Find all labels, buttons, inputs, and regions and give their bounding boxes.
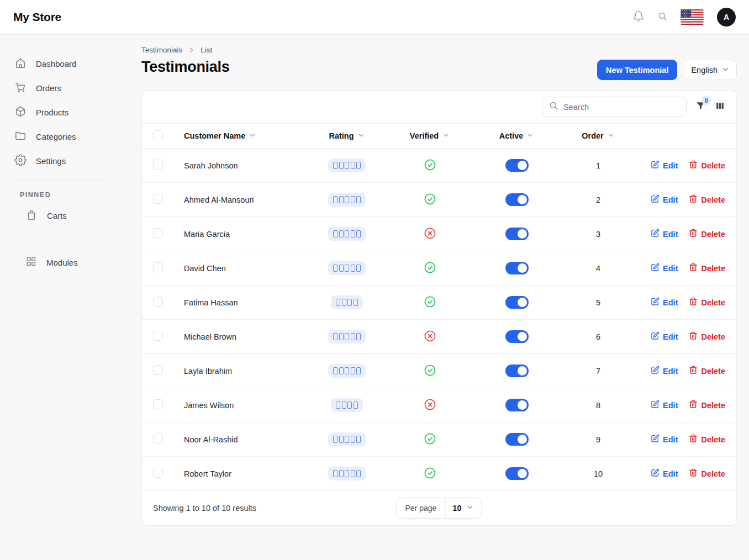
rating-star-glyph: [339, 367, 344, 374]
verified-x-icon: [424, 330, 436, 344]
row-checkbox[interactable]: [153, 468, 163, 478]
delete-label: Delete: [701, 196, 725, 204]
row-checkbox[interactable]: [153, 262, 163, 272]
delete-label: Delete: [701, 367, 725, 376]
sidebar-item-dashboard[interactable]: Dashboard: [0, 51, 130, 76]
delete-link[interactable]: Delete: [689, 160, 725, 171]
rating-star-glyph: [333, 265, 337, 272]
customer-name-cell: Michael Brown: [184, 332, 305, 341]
rating-badge: [331, 398, 363, 412]
sidebar-item-label: Settings: [36, 156, 66, 166]
edit-link[interactable]: Edit: [651, 331, 678, 342]
row-checkbox[interactable]: [153, 434, 163, 443]
delete-link[interactable]: Delete: [689, 331, 725, 342]
chevron-down-icon: [466, 503, 474, 513]
toggle-knob: [518, 435, 527, 444]
active-toggle[interactable]: [505, 467, 529, 480]
search-icon: [549, 101, 558, 113]
edit-link[interactable]: Edit: [651, 297, 678, 308]
active-toggle[interactable]: [505, 433, 529, 446]
table-row: Fatima Hassan 5 Edit Delete: [142, 286, 736, 320]
active-toggle[interactable]: [505, 159, 529, 172]
edit-link[interactable]: Edit: [651, 434, 678, 445]
delete-link[interactable]: Delete: [689, 400, 725, 410]
rating-badge: [328, 467, 366, 480]
delete-link[interactable]: Delete: [689, 468, 725, 479]
sidebar-item-categories[interactable]: Categories: [0, 124, 130, 149]
datagrid-search[interactable]: [542, 97, 687, 117]
order-value: 8: [562, 401, 634, 410]
rating-star-glyph: [356, 230, 361, 237]
sidebar-item-modules[interactable]: Modules: [0, 250, 130, 274]
edit-link[interactable]: Edit: [651, 366, 678, 376]
delete-link[interactable]: Delete: [689, 263, 725, 273]
edit-link[interactable]: Edit: [651, 400, 678, 410]
edit-link[interactable]: Edit: [651, 468, 678, 479]
header-search-button[interactable]: [658, 12, 667, 23]
row-checkbox[interactable]: [153, 331, 163, 341]
active-toggle[interactable]: [505, 364, 529, 377]
table-header-row: Customer Name Rating Verified Active: [142, 123, 736, 149]
edit-pencil-icon: [651, 468, 660, 479]
sidebar-item-orders[interactable]: Orders: [0, 76, 130, 100]
notifications-button[interactable]: [632, 10, 645, 24]
sidebar-item-products[interactable]: Products: [0, 100, 130, 124]
rating-star-glyph: [345, 265, 349, 272]
sidebar-item-label: Dashboard: [36, 59, 76, 68]
search-input[interactable]: [563, 103, 679, 112]
edit-link[interactable]: Edit: [651, 263, 678, 273]
row-checkbox[interactable]: [153, 297, 163, 307]
column-header-active[interactable]: Active: [471, 131, 562, 141]
rating-star-glyph: [356, 436, 361, 443]
delete-link[interactable]: Delete: [689, 297, 725, 308]
rating-star-glyph: [339, 265, 344, 272]
active-toggle[interactable]: [505, 399, 529, 411]
active-toggle[interactable]: [505, 228, 529, 240]
column-header-rating[interactable]: Rating: [305, 131, 388, 141]
column-label: Rating: [329, 131, 354, 140]
table-row: David Chen 4 Edit Delete: [142, 251, 736, 286]
sidebar-item-carts[interactable]: Carts: [0, 203, 130, 228]
order-value: 1: [562, 161, 634, 170]
breadcrumb-item-list[interactable]: List: [201, 46, 212, 54]
edit-link[interactable]: Edit: [651, 194, 678, 205]
rating-star-glyph: [339, 333, 344, 340]
locale-flag-us[interactable]: [681, 9, 704, 25]
box-icon: [14, 105, 27, 119]
customer-name-cell: Sarah Johnson: [184, 161, 305, 170]
edit-link[interactable]: Edit: [651, 229, 678, 239]
row-checkbox[interactable]: [153, 365, 163, 375]
edit-pencil-icon: [651, 331, 660, 342]
delete-link[interactable]: Delete: [689, 434, 725, 445]
breadcrumb-item-testimonials[interactable]: Testimonials: [141, 46, 182, 54]
row-checkbox[interactable]: [153, 228, 163, 238]
per-page-selector[interactable]: Per page 10: [397, 498, 482, 519]
filter-button[interactable]: 0: [695, 101, 706, 113]
column-label: Customer Name: [184, 131, 245, 140]
brand-logo[interactable]: My Store: [13, 10, 61, 24]
edit-link[interactable]: Edit: [651, 160, 678, 171]
column-header-order[interactable]: Order: [562, 131, 634, 141]
row-checkbox[interactable]: [153, 194, 163, 204]
new-testimonial-button[interactable]: New Testimonial: [597, 60, 677, 80]
verified-check-icon: [424, 159, 436, 173]
rating-badge: [331, 295, 363, 309]
delete-link[interactable]: Delete: [689, 366, 725, 376]
active-toggle[interactable]: [505, 262, 529, 274]
column-header-customer-name[interactable]: Customer Name: [184, 131, 305, 141]
active-toggle[interactable]: [505, 296, 529, 309]
row-checkbox[interactable]: [153, 399, 163, 409]
row-checkbox[interactable]: [153, 160, 163, 170]
columns-button[interactable]: [715, 101, 725, 113]
avatar[interactable]: A: [717, 8, 736, 27]
trash-icon: [689, 297, 698, 308]
delete-link[interactable]: Delete: [689, 194, 725, 205]
locale-switcher-button[interactable]: English: [683, 60, 737, 80]
delete-link[interactable]: Delete: [689, 229, 725, 239]
select-all-checkbox[interactable]: [153, 130, 163, 140]
edit-pencil-icon: [651, 263, 660, 273]
active-toggle[interactable]: [505, 193, 529, 206]
active-toggle[interactable]: [505, 330, 529, 343]
column-header-verified[interactable]: Verified: [388, 131, 471, 141]
sidebar-item-settings[interactable]: Settings: [0, 149, 130, 173]
